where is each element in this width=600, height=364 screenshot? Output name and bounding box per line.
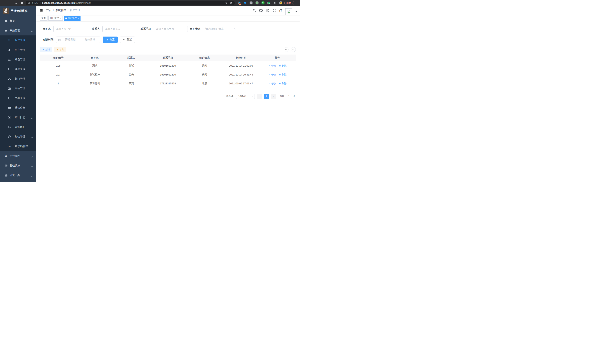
breadcrumb-system[interactable]: 系统管理 [56,9,66,12]
tab-tenant[interactable]: 租户管理× [64,16,80,21]
app-logo [3,8,9,14]
extension-record-icon[interactable] [255,1,259,5]
page-number-current[interactable]: 1 [264,94,269,99]
avatar-caret-icon[interactable] [296,11,297,13]
tab-home[interactable]: 首页 [40,16,47,21]
start-date-placeholder: 开始日期 [62,38,78,41]
broadcast-icon [8,126,11,129]
contact-label: 联系人 [92,27,100,31]
reset-button[interactable]: 重置 [120,37,135,43]
back-icon[interactable] [2,1,5,5]
refresh-table-button[interactable] [291,47,296,52]
sidebar-item-notice[interactable]: 通知公告 [0,103,36,113]
sidebar-item-user[interactable]: 用户管理 [0,45,36,55]
sidebar-item-role[interactable]: 角色管理 [0,55,36,64]
active-tab-dot [65,18,67,19]
font-size-icon[interactable]: TT [279,9,282,12]
extension-y-icon[interactable]: y [261,1,264,5]
chevron-down-icon [31,155,33,158]
export-button[interactable]: 导出 [54,47,66,52]
yen-icon: ¥ [4,154,8,158]
header-search-icon[interactable] [253,9,256,12]
status-select[interactable]: 请选择租户状态 [203,26,238,32]
page-size-select[interactable]: 10条/页 [236,94,255,99]
sidebar-item-dict[interactable]: 字典管理 [0,93,36,103]
app-logo-row[interactable]: 芋道管理系统 [0,6,36,16]
extension-kite-icon[interactable] [244,1,247,5]
add-button[interactable]: 新增 [40,47,52,52]
trash-icon [279,65,281,67]
extension-command-icon[interactable]: ⌘ [249,1,253,5]
sidebar-item-post[interactable]: 岗位管理 [0,84,36,93]
edit-link[interactable]: 修改 [268,73,276,76]
edit-link[interactable]: 修改 [268,82,276,85]
refresh-icon [123,38,126,41]
search-button[interactable]: 搜索 [103,37,118,43]
chevron-down-icon [31,117,33,120]
tab-dept[interactable]: 部门管理× [48,16,63,21]
sitemap-icon [8,77,11,81]
table-row: 108 测试 测试 15601691300 关闭 2021-12-14 21:0… [40,61,296,70]
sidebar-item-tenant[interactable]: 租户管理 [0,36,36,45]
users-icon [8,39,11,42]
user-icon [8,48,11,52]
forward-icon[interactable] [8,1,11,5]
sidebar-item-infrastructure[interactable]: 基础设施 [0,161,36,170]
status-text: 开启 [186,79,223,88]
breadcrumb-separator: / [67,9,68,12]
close-icon[interactable]: × [77,17,79,19]
sidebar-item-online-users[interactable]: 在线用户 [0,122,36,132]
extension-chat-icon[interactable] [267,1,271,5]
chrome-update-button[interactable]: 更新 [284,1,294,5]
bookmark-star-icon[interactable] [230,1,233,4]
sidebar-item-payment[interactable]: ¥ 支付管理 [0,151,36,161]
extension-grid-icon[interactable]: 10 [237,1,241,5]
toggle-search-button[interactable] [284,47,289,52]
sidebar-item-home[interactable]: 首页 [0,16,36,26]
plus-icon [42,48,45,51]
contact-input[interactable] [103,26,138,32]
edit-link[interactable]: 修改 [268,64,276,67]
close-icon[interactable]: × [60,17,61,19]
date-separator: - [80,38,81,41]
chevron-down-icon [234,28,236,30]
sidebar-item-audit-log[interactable]: 审计日志 [0,113,36,122]
sidebar-item-dev-tools[interactable]: 研发工具 [0,170,36,180]
sidebar-item-error-code[interactable]: </> 错误码管理 [0,141,36,151]
fullscreen-icon[interactable] [272,9,276,12]
tenant-name-input[interactable] [53,26,87,32]
table-header-row: 租户编号 租户名 联系人 联系手机 租户状态 创建时间 操作 [40,55,296,61]
breadcrumb-home[interactable]: 首页 [46,9,51,12]
delete-link[interactable]: 删除 [279,82,287,85]
next-page-button[interactable]: › [271,94,276,99]
security-label[interactable]: 不安全 [32,1,38,4]
tree-list-icon [8,68,11,71]
sidebar-collapse-icon[interactable] [39,9,43,12]
sidebar-item-menu[interactable]: 菜单管理 [0,64,36,74]
delete-link[interactable]: 删除 [279,73,287,76]
date-range-picker[interactable]: 开始日期 - 结束日期 [56,37,100,43]
reload-icon[interactable] [14,1,18,4]
chevron-down-icon [31,136,33,139]
extensions-puzzle-icon[interactable] [273,1,276,5]
share-icon[interactable] [224,1,227,4]
home-icon[interactable] [20,1,24,5]
sidebar-item-system[interactable]: 系统管理 [0,26,36,36]
sidebar-item-dept[interactable]: 部门管理 [0,74,36,84]
chrome-menu-icon[interactable] [292,2,293,4]
goto-page-input[interactable] [286,94,292,99]
address-bar[interactable]: 不安全 dashboard.yudao.iocoder.cn/system/te… [26,1,235,5]
omnibox-separator [40,2,40,4]
sidebar-item-sms[interactable]: 短信管理 [0,132,36,141]
toolbox-icon [4,174,8,177]
prev-page-button[interactable]: ‹ [257,94,262,99]
help-icon[interactable] [266,9,269,12]
profile-avatar-icon[interactable] [279,1,282,5]
screen: 不安全 dashboard.yudao.iocoder.cn/system/te… [0,0,300,182]
roles-icon [8,58,11,61]
delete-link[interactable]: 删除 [279,64,287,67]
phone-input[interactable] [154,26,188,32]
user-avatar-broken-image[interactable] [285,8,292,15]
calendar-icon [58,38,61,41]
github-icon[interactable] [259,9,263,12]
